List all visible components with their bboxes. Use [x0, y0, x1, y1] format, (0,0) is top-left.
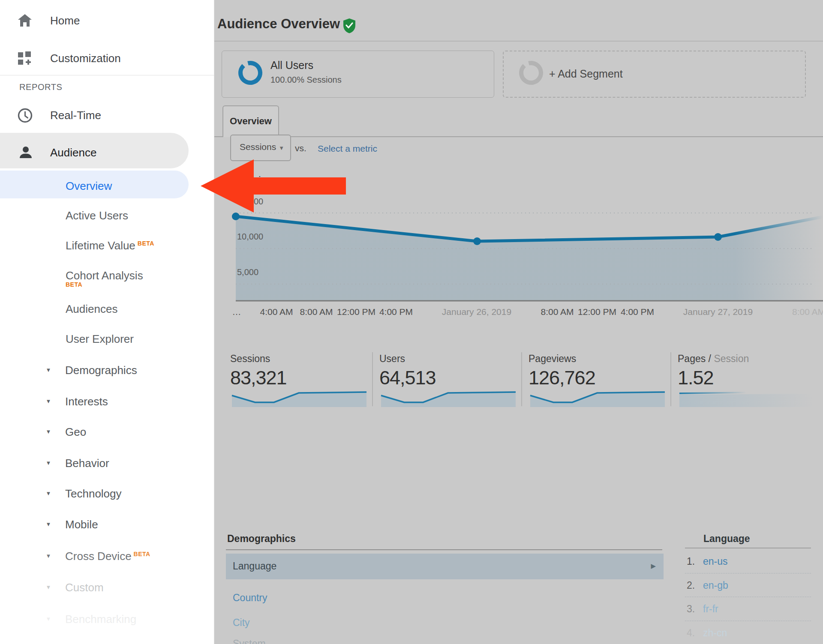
- x-tick-5: January 26, 2019: [442, 307, 511, 317]
- metric-value-pageviews: 126,762: [529, 367, 595, 389]
- x-tick-10: 8:00 AM: [792, 307, 823, 317]
- sidebar-section-reports: REPORTS: [19, 82, 63, 92]
- metric-label-sessions: Sessions: [230, 353, 270, 365]
- sidebar-item-real-time[interactable]: Real-Time: [50, 109, 101, 122]
- sidebar-item-audience-label: Audience: [50, 146, 96, 159]
- cross-device-label: Cross Device: [65, 550, 132, 563]
- language-code-en-gb[interactable]: en-gb: [703, 580, 728, 591]
- caret-down-icon: ▼: [279, 145, 284, 151]
- sidebar-item-active-users[interactable]: Active Users: [66, 209, 128, 222]
- analytics-app: Audience Overview All Users 100.00% Sess…: [0, 0, 823, 644]
- x-tick-8: 4:00 PM: [621, 307, 654, 317]
- data-point-3: [714, 233, 722, 241]
- x-tick-1: 4:00 AM: [260, 307, 293, 317]
- expand-triangle-icon[interactable]: ▼: [43, 460, 54, 467]
- data-point-2: [473, 237, 481, 245]
- demographics-row-system[interactable]: System: [233, 638, 266, 644]
- sidebar-item-home[interactable]: Home: [50, 14, 80, 27]
- expand-triangle-icon[interactable]: ▼: [43, 428, 54, 435]
- language-rank-2: 2.: [687, 580, 695, 591]
- beta-badge: BETA: [134, 551, 150, 557]
- language-code-en-us[interactable]: en-us: [703, 556, 728, 567]
- chevron-right-icon: ▶: [651, 562, 656, 570]
- metric-separator: [372, 352, 373, 406]
- sidebar-item-behavior[interactable]: Behavior: [65, 457, 109, 470]
- demographics-row-language[interactable]: Language ▶: [226, 554, 664, 579]
- beta-badge: BETA: [66, 281, 82, 288]
- x-tick-9: January 27, 2019: [683, 307, 753, 317]
- sparkline-sessions: [230, 388, 368, 407]
- red-annotation-arrow-icon: [196, 155, 351, 217]
- language-list-underline: [685, 548, 811, 548]
- demographics-language-label: Language: [233, 560, 276, 572]
- list-separator: [685, 620, 811, 621]
- sidebar-item-demographics[interactable]: Demographics: [65, 364, 137, 377]
- home-icon: [17, 13, 33, 28]
- metric-label-pages: Pages /: [678, 353, 711, 364]
- sidebar-item-interests[interactable]: Interests: [65, 395, 108, 408]
- list-separator: [685, 573, 811, 574]
- metric-label-pages-per-session: Pages / Session: [678, 353, 749, 365]
- segment-donut-icon: [237, 59, 264, 87]
- vs-label: vs.: [295, 143, 306, 153]
- metric-label-pageviews: Pageviews: [529, 353, 576, 365]
- add-segment-card[interactable]: [503, 51, 806, 98]
- sidebar-item-benchmarking[interactable]: Benchmarking: [65, 613, 136, 626]
- sparkline-pageviews: [529, 388, 667, 407]
- x-tick-7: 12:00 PM: [578, 307, 616, 317]
- expand-triangle-icon[interactable]: ▼: [43, 553, 54, 560]
- sidebar-item-user-explorer[interactable]: User Explorer: [66, 332, 134, 345]
- sidebar-item-audiences[interactable]: Audiences: [66, 303, 117, 315]
- sidebar-item-custom[interactable]: Custom: [65, 581, 104, 594]
- verified-shield-icon: [342, 18, 356, 33]
- demographics-row-country[interactable]: Country: [233, 592, 267, 604]
- page-title: Audience Overview: [217, 16, 340, 32]
- sidebar-item-mobile[interactable]: Mobile: [65, 518, 98, 531]
- lifetime-value-label: Lifetime Value: [66, 239, 135, 252]
- x-tick-6: 8:00 AM: [541, 307, 574, 317]
- segment-all-users-label: All Users: [270, 59, 313, 72]
- expand-triangle-icon[interactable]: ▼: [43, 616, 54, 623]
- expand-triangle-icon[interactable]: ▼: [43, 490, 54, 497]
- sidebar-item-geo[interactable]: Geo: [65, 425, 86, 438]
- demographics-row-city[interactable]: City: [233, 617, 250, 629]
- customization-icon: [17, 51, 33, 66]
- sidebar-item-overview-label: Overview: [66, 180, 112, 192]
- metric-value-sessions: 83,321: [230, 367, 287, 389]
- sparkline-users: [379, 388, 517, 407]
- metric-value-users: 64,513: [379, 367, 436, 389]
- sidebar-item-cohort-analysis[interactable]: Cohort Analysis: [66, 269, 143, 282]
- expand-triangle-icon[interactable]: ▼: [43, 367, 54, 374]
- metric-separator: [670, 352, 671, 406]
- language-rank-4: 4.: [687, 627, 695, 639]
- add-segment-donut-icon: [517, 59, 545, 87]
- audience-person-icon: [18, 145, 33, 160]
- x-tick-0: …: [232, 307, 241, 317]
- chart-area-fill: [236, 216, 823, 301]
- sparkline-pages-per-session: [678, 388, 816, 407]
- demographics-underline: [226, 549, 662, 550]
- sidebar-item-customization[interactable]: Customization: [50, 52, 121, 65]
- expand-triangle-icon[interactable]: ▼: [43, 584, 54, 591]
- tab-overview[interactable]: Overview: [222, 105, 279, 137]
- expand-triangle-icon[interactable]: ▼: [43, 521, 54, 528]
- x-tick-2: 8:00 AM: [300, 307, 333, 317]
- language-code-zh-cn[interactable]: zh-cn: [703, 627, 727, 639]
- select-a-metric-link[interactable]: Select a metric: [318, 144, 377, 154]
- metric-dropdown-value: Sessions: [240, 142, 276, 152]
- tab-divider: [214, 136, 823, 137]
- sidebar-item-lifetime-value[interactable]: Lifetime ValueBETA: [66, 239, 154, 254]
- language-rank-1: 1.: [687, 556, 695, 567]
- segment-all-users-sessions: 100.00% Sessions: [270, 75, 342, 85]
- language-code-fr-fr[interactable]: fr-fr: [703, 603, 718, 615]
- language-list-header: Language: [703, 533, 750, 545]
- list-separator: [685, 596, 811, 597]
- metric-label-session: Session: [714, 353, 749, 364]
- metric-separator: [521, 352, 522, 406]
- sidebar-item-technology[interactable]: Technology: [65, 487, 122, 500]
- expand-triangle-icon[interactable]: ▼: [43, 398, 54, 405]
- y-tick-10000: 10,000: [237, 232, 263, 242]
- sidebar-item-cross-device[interactable]: Cross DeviceBETA: [65, 550, 150, 564]
- metric-label-users: Users: [379, 353, 405, 365]
- demographics-section-title: Demographics: [227, 533, 296, 545]
